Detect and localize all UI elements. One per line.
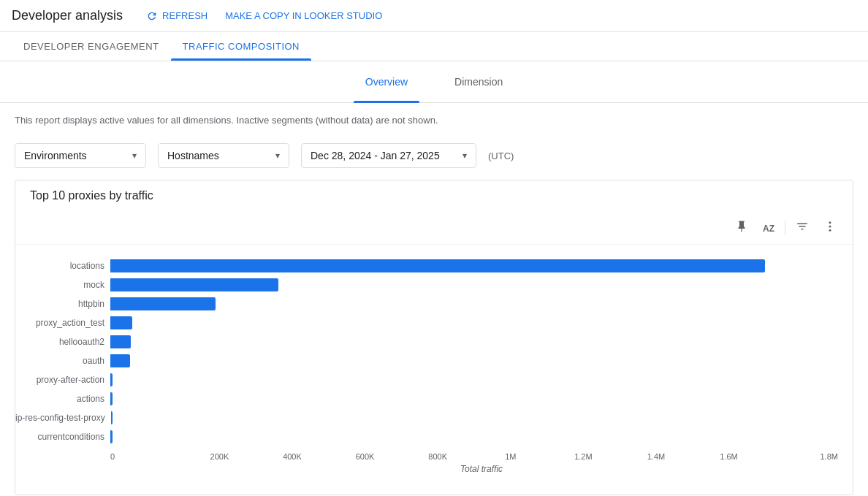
bar-chart: locationsmockhttpbinproxy_action_testhel…: [15, 245, 853, 495]
x-tick: 1.4M: [620, 452, 693, 461]
bar-row: mock: [15, 275, 838, 294]
refresh-icon: [146, 10, 158, 22]
bar-label: httpbin: [15, 299, 110, 309]
bar-label: proxy-after-action: [15, 375, 110, 385]
bar[interactable]: [111, 411, 113, 424]
bar-label: oauth: [15, 356, 110, 366]
bar-container: [110, 354, 838, 367]
bar-row: actions: [15, 389, 838, 408]
x-tick: 800K: [401, 452, 474, 461]
x-tick: 600K: [329, 452, 402, 461]
x-tick: 1M: [474, 452, 547, 461]
bar[interactable]: [110, 354, 130, 367]
sort-alpha-icon[interactable]: AZ: [758, 219, 779, 237]
environments-chevron-icon: ▾: [132, 150, 137, 161]
bar-container: [110, 278, 838, 291]
bar[interactable]: [110, 297, 216, 310]
bar-container: [110, 430, 838, 443]
bar-container: [110, 373, 838, 386]
info-bar: This report displays active values for a…: [0, 103, 868, 137]
chart-toolbar: AZ: [15, 211, 853, 245]
bar[interactable]: [110, 278, 278, 291]
bar-label: ip-res-config-test-proxy: [15, 413, 111, 423]
chart-section: Top 10 proxies by traffic AZ locationsmo…: [15, 180, 853, 495]
bar-label: mock: [15, 280, 110, 290]
timezone-label: (UTC): [488, 150, 514, 161]
bar[interactable]: [110, 373, 113, 386]
refresh-button[interactable]: REFRESH: [140, 6, 213, 26]
more-vert-icon[interactable]: [819, 217, 841, 238]
date-range-filter[interactable]: Dec 28, 2024 - Jan 27, 2025 ▾: [301, 143, 476, 168]
copy-looker-button[interactable]: MAKE A COPY IN LOOKER STUDIO: [219, 6, 388, 26]
hostnames-chevron-icon: ▾: [275, 150, 280, 161]
x-axis: 0200K400K600K800K1M1.2M1.4M1.6M1.8M: [110, 446, 853, 461]
x-tick: 1.8M: [765, 452, 838, 461]
x-tick: 400K: [256, 452, 329, 461]
x-tick: 1.2M: [547, 452, 620, 461]
bar-row: proxy_action_test: [15, 313, 838, 332]
svg-point-0: [829, 221, 831, 224]
bar-container: [110, 335, 838, 348]
bar-label: hellooauth2: [15, 337, 110, 347]
bar[interactable]: [110, 392, 113, 405]
x-tick: 200K: [183, 452, 256, 461]
sub-tab-overview[interactable]: Overview: [354, 70, 419, 94]
pin-icon[interactable]: [731, 217, 753, 238]
chart-title: Top 10 proxies by traffic: [15, 180, 853, 211]
date-chevron-icon: ▾: [462, 150, 467, 161]
bar-row: currentconditions: [15, 427, 838, 446]
bar-container: [110, 297, 838, 310]
bar-row: proxy-after-action: [15, 370, 838, 389]
bar-label: currentconditions: [15, 432, 110, 442]
x-tick: 1.6M: [693, 452, 766, 461]
x-axis-label: Total traffic: [110, 461, 853, 483]
bar-row: hellooauth2: [15, 332, 838, 351]
header: Developer analysis REFRESH MAKE A COPY I…: [0, 0, 868, 32]
x-tick: 0: [110, 452, 183, 461]
bar[interactable]: [110, 430, 113, 443]
sub-tabs: Overview Dimension: [0, 61, 868, 103]
bar[interactable]: [110, 259, 765, 272]
bar-container: [110, 316, 838, 329]
toolbar-divider: [785, 221, 785, 235]
bar-container: [110, 392, 838, 405]
svg-point-2: [829, 229, 831, 232]
filters: Environments ▾ Hostnames ▾ Dec 28, 2024 …: [0, 137, 868, 180]
bar-label: locations: [15, 261, 110, 271]
hostnames-filter[interactable]: Hostnames ▾: [158, 143, 289, 168]
tab-traffic-composition[interactable]: TRAFFIC COMPOSITION: [171, 32, 311, 61]
copy-label: MAKE A COPY IN LOOKER STUDIO: [225, 10, 382, 21]
sub-tab-dimension[interactable]: Dimension: [443, 70, 514, 94]
bar-row: httpbin: [15, 294, 838, 313]
bar-container: [111, 411, 838, 424]
bar-row: ip-res-config-test-proxy: [15, 408, 838, 427]
refresh-label: REFRESH: [162, 10, 208, 21]
bar-label: actions: [15, 394, 110, 404]
bar[interactable]: [110, 316, 132, 329]
main-tabs: DEVELOPER ENGAGEMENT TRAFFIC COMPOSITION: [0, 32, 868, 61]
header-actions: REFRESH MAKE A COPY IN LOOKER STUDIO: [140, 6, 388, 26]
bar-label: proxy_action_test: [15, 318, 110, 328]
filter-icon[interactable]: [791, 217, 813, 238]
bar-row: oauth: [15, 351, 838, 370]
bar-row: locations: [15, 256, 838, 275]
bar[interactable]: [110, 335, 131, 348]
environments-filter[interactable]: Environments ▾: [15, 143, 146, 168]
page-title: Developer analysis: [12, 8, 123, 23]
tab-developer-engagement[interactable]: DEVELOPER ENGAGEMENT: [12, 32, 171, 61]
bar-container: [110, 259, 838, 272]
chart-bars: locationsmockhttpbinproxy_action_testhel…: [15, 256, 853, 446]
svg-point-1: [829, 226, 831, 228]
